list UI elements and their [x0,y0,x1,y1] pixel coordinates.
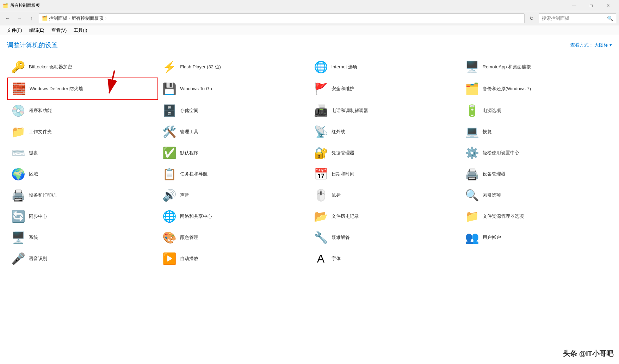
grid-item-workfolder[interactable]: 📁工作文件夹 [7,121,158,142]
grid-item-recovery[interactable]: 💻恢复 [461,121,612,142]
grid-item-windowstogo[interactable]: 💾Windows To Go [158,78,309,100]
window-icon: 🗂️ [3,3,8,8]
minimize-button[interactable]: — [566,0,582,11]
item-label-recovery: 恢复 [483,129,492,135]
breadcrumb-icon: 🗂️ [42,16,48,21]
menu-edit[interactable]: 编辑(E) [26,26,47,34]
grid-item-datetime[interactable]: 📅日期和时间 [310,164,461,185]
breadcrumb-part2[interactable]: 所有控制面板项 [72,15,104,21]
grid-item-defaultprog[interactable]: ✅默认程序 [158,142,309,164]
item-label-color: 颜色管理 [180,235,198,241]
close-button[interactable]: ✕ [600,0,616,11]
grid-item-fileexplorer[interactable]: 📁文件资源管理器选项 [461,206,612,227]
grid-item-flash[interactable]: ⚡Flash Player (32 位) [158,56,309,78]
item-icon-windowstogo: 💾 [162,82,177,96]
content-area: 调整计算机的设置 查看方式： 大图标 ▾ 🔑BitLocker 驱动器加密⚡Fl… [0,35,619,364]
grid-item-infrared[interactable]: 📡红外线 [310,121,461,142]
grid-item-internet[interactable]: 🌐Internet 选项 [310,56,461,78]
item-icon-keyboard: ⌨️ [11,146,25,160]
item-label-flash: Flash Player (32 位) [180,64,221,70]
item-label-users: 用户帐户 [483,235,501,241]
item-icon-filehistory: 📂 [314,209,328,223]
item-label-taskbar: 任务栏和导航 [180,171,208,177]
grid-item-credential[interactable]: 🔐凭据管理器 [310,142,461,164]
title-bar-left: 🗂️ 所有控制面板项 [3,2,40,8]
item-label-sound: 声音 [180,192,189,198]
address-field[interactable]: 🗂️ 控制面板 › 所有控制面板项 › [39,13,525,23]
item-icon-recovery: 💻 [465,125,479,139]
item-label-autoplay: 自动播放 [180,256,198,262]
grid-item-bitlocker[interactable]: 🔑BitLocker 驱动器加密 [7,56,158,78]
up-button[interactable]: ↑ [27,13,37,23]
grid-item-defender[interactable]: 🧱Windows Defender 防火墙 [7,78,158,100]
item-label-system: 系统 [29,235,38,241]
item-icon-workfolder: 📁 [11,125,25,139]
grid-item-users[interactable]: 👥用户帐户 [461,227,612,248]
grid-item-color[interactable]: 🎨颜色管理 [158,227,309,248]
item-label-speech: 语音识别 [29,256,47,262]
item-label-fileexplorer: 文件资源管理器选项 [483,214,524,220]
item-icon-remoteapp: 🖥️ [465,60,479,74]
item-label-synccenter: 同步中心 [29,214,47,220]
item-icon-troubleshoot: 🔧 [314,230,328,245]
item-label-programs: 程序和功能 [29,108,52,114]
grid-item-devprinter[interactable]: 🖨️设备和打印机 [7,185,158,206]
grid-item-troubleshoot[interactable]: 🔧疑难解答 [310,227,461,248]
grid-item-remoteapp[interactable]: 🖥️RemoteApp 和桌面连接 [461,56,612,78]
grid-item-devmgr[interactable]: 🖨️设备管理器 [461,164,612,185]
item-icon-admin: 🛠️ [162,125,177,139]
menu-view[interactable]: 查看(V) [49,26,69,34]
search-input[interactable] [542,16,606,21]
grid-item-admin[interactable]: 🛠️管理工具 [158,121,309,142]
item-icon-phone: 📠 [314,104,328,118]
item-label-datetime: 日期和时间 [332,171,354,177]
item-label-keyboard: 键盘 [29,150,38,156]
grid-item-power[interactable]: 🔋电源选项 [461,100,612,121]
item-label-credential: 凭据管理器 [332,150,354,156]
grid-item-filehistory[interactable]: 📂文件历史记录 [310,206,461,227]
page-title: 调整计算机的设置 [7,41,58,49]
item-icon-defaultprog: ✅ [162,146,177,160]
item-label-defaultprog: 默认程序 [180,150,198,156]
item-icon-power: 🔋 [465,104,479,118]
grid-item-keyboard[interactable]: ⌨️键盘 [7,142,158,164]
item-label-power: 电源选项 [483,108,501,114]
grid-item-backup7[interactable]: 🗂️备份和还原(Windows 7) [461,78,612,100]
item-label-phone: 电话和调制解调器 [332,108,368,114]
content-header: 调整计算机的设置 查看方式： 大图标 ▾ [7,41,612,49]
view-mode-selector[interactable]: 大图标 ▾ [594,42,612,48]
item-icon-autoplay: ▶️ [162,252,177,266]
grid-item-network[interactable]: 🌐网络和共享中心 [158,206,309,227]
item-icon-defender: 🧱 [12,82,26,96]
grid-item-autoplay[interactable]: ▶️自动播放 [158,248,309,269]
menu-tools[interactable]: 工具(I) [71,26,90,34]
grid-item-mouse[interactable]: 🖱️鼠标 [310,185,461,206]
item-label-windowstogo: Windows To Go [180,86,212,92]
grid-item-security[interactable]: 🚩安全和维护 [310,78,461,100]
back-button[interactable]: ← [3,13,13,23]
grid-item-fonts[interactable]: A字体 [310,248,461,269]
maximize-button[interactable]: □ [583,0,599,11]
grid-item-programs[interactable]: 💿程序和功能 [7,100,158,121]
item-icon-ease: ⚙️ [465,146,479,160]
item-icon-taskbar: 📋 [162,167,177,181]
grid-item-phone[interactable]: 📠电话和调制解调器 [310,100,461,121]
grid-item-taskbar[interactable]: 📋任务栏和导航 [158,164,309,185]
grid-item-sound[interactable]: 🔊声音 [158,185,309,206]
breadcrumb-part1[interactable]: 控制面板 [49,15,67,21]
forward-button[interactable]: → [15,13,25,23]
item-icon-bitlocker: 🔑 [11,60,25,74]
window-title: 所有控制面板项 [10,2,40,8]
item-icon-synccenter: 🔄 [11,209,25,223]
grid-item-region[interactable]: 🌍区域 [7,164,158,185]
grid-item-system[interactable]: 🖥️系统 [7,227,158,248]
grid-item-storage[interactable]: 🗄️存储空间 [158,100,309,121]
grid-item-index[interactable]: 🔍索引选项 [461,185,612,206]
search-box[interactable]: 🔍 [539,13,616,23]
grid-item-synccenter[interactable]: 🔄同步中心 [7,206,158,227]
refresh-button[interactable]: ↻ [527,13,537,23]
item-label-workfolder: 工作文件夹 [29,129,52,135]
grid-item-ease[interactable]: ⚙️轻松使用设置中心 [461,142,612,164]
menu-file[interactable]: 文件(F) [4,26,25,34]
grid-item-speech[interactable]: 🎤语音识别 [7,248,158,269]
